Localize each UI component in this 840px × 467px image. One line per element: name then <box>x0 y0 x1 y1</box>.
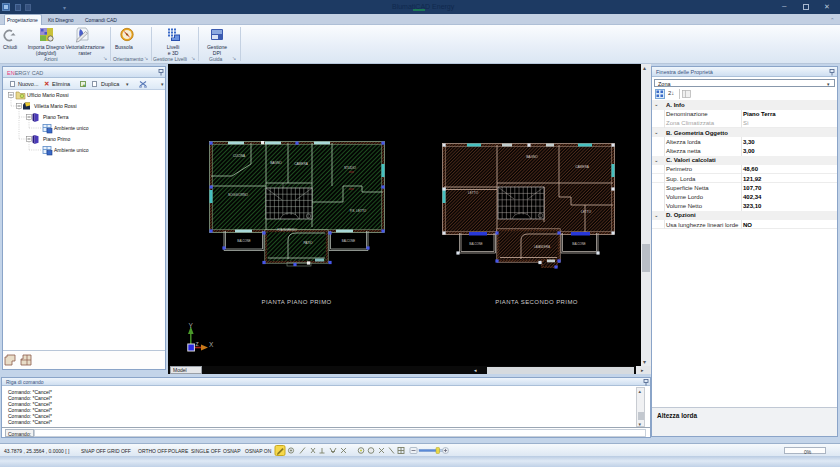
svg-text:PIANTA PIANO PRIMO: PIANTA PIANO PRIMO <box>262 299 332 305</box>
svg-text:Y: Y <box>189 322 194 329</box>
svg-text:z: z <box>196 340 199 347</box>
svg-text:X: X <box>209 341 214 348</box>
svg-text:CAMERA: CAMERA <box>575 165 590 169</box>
svg-text:BAGNO: BAGNO <box>270 161 282 165</box>
svg-text:BALCONE: BALCONE <box>469 242 483 246</box>
svg-text:CAMERA: CAMERA <box>294 162 309 166</box>
svg-text:STUDIO: STUDIO <box>344 166 357 170</box>
svg-text:LAVANDERIA: LAVANDERIA <box>534 245 550 249</box>
svg-text:SOGGIORNO: SOGGIORNO <box>228 193 249 197</box>
svg-text:P.S. LETTO: P.S. LETTO <box>350 209 367 213</box>
svg-text:BALCONE: BALCONE <box>572 242 586 246</box>
svg-text:BAGNO: BAGNO <box>526 155 538 159</box>
svg-text:LETTO: LETTO <box>468 191 479 195</box>
svg-text:P.TA INGRESSO: P.TA INGRESSO <box>277 228 297 232</box>
svg-text:CUCINA: CUCINA <box>233 154 246 158</box>
svg-text:LETTO: LETTO <box>581 210 592 214</box>
svg-text:BALCONE: BALCONE <box>342 239 356 243</box>
svg-text:BALCONE: BALCONE <box>237 239 251 243</box>
svg-text:PATIO: PATIO <box>303 241 313 245</box>
svg-text:PIANTA SECONDO PRIMO: PIANTA SECONDO PRIMO <box>495 299 578 305</box>
